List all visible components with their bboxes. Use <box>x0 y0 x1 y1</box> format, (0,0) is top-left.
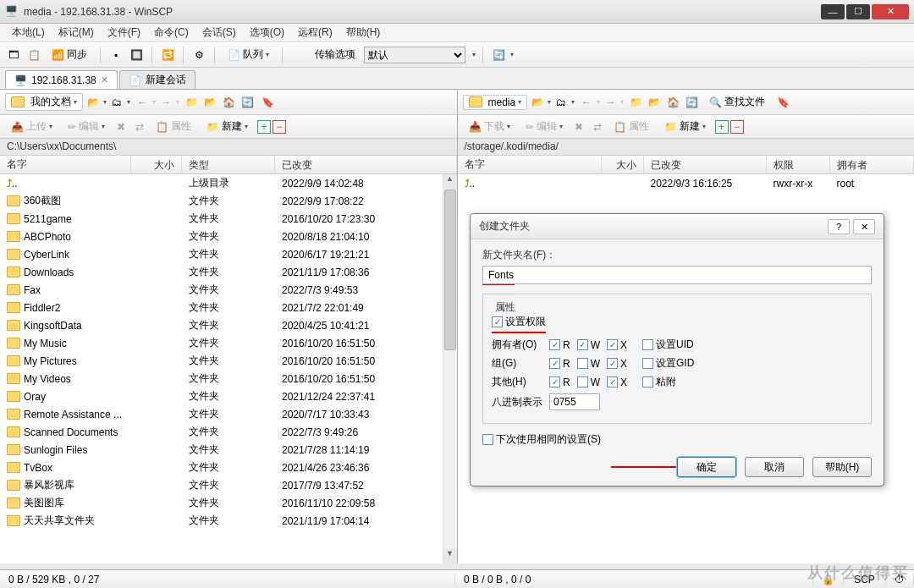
back-icon[interactable]: ← <box>134 94 151 111</box>
right-location[interactable]: media ▾ <box>463 95 528 110</box>
menu-local[interactable]: 本地(L) <box>5 24 52 41</box>
owner-w-checkbox[interactable] <box>577 339 588 350</box>
dialog-help-button[interactable]: ? <box>828 219 850 234</box>
group-x-checkbox[interactable] <box>607 358 618 369</box>
home-folder-icon[interactable]: 📂 <box>201 94 218 111</box>
file-row[interactable]: KingsoftData文件夹2020/4/25 10:41:21 <box>0 316 457 334</box>
parent-dir-row[interactable]: ⤴ .. 2022/9/3 16:16:25 rwxr-xr-x root <box>458 174 915 192</box>
scroll-up-arrow[interactable]: ▲ <box>443 174 457 189</box>
filter-icon[interactable]: 🗂 <box>108 94 125 111</box>
up-dir-icon[interactable]: 📂 <box>85 94 102 111</box>
file-row[interactable]: 天天共享文件夹文件夹2021/11/9 17:04:14 <box>0 512 457 530</box>
edit-button[interactable]: ✏ 编辑 ▾ <box>520 117 569 136</box>
minimize-button[interactable]: — <box>821 4 845 19</box>
group-r-checkbox[interactable] <box>549 358 560 369</box>
terminal-icon[interactable]: ▪ <box>107 47 124 63</box>
setgid-checkbox[interactable] <box>642 358 653 369</box>
parent-dir-row[interactable]: ⤴ .. 上级目录 2022/9/9 14:02:48 <box>0 174 457 192</box>
ok-button[interactable]: 确定 <box>677 457 736 477</box>
refresh-left-icon[interactable]: 🔄 <box>239 94 256 111</box>
left-location[interactable]: 我的文档 ▾ <box>5 93 83 111</box>
open-folder-icon[interactable]: 📁 <box>183 94 200 111</box>
home-icon[interactable]: 🏠 <box>220 94 237 111</box>
up-dir-icon[interactable]: 📂 <box>529 94 546 111</box>
menu-mark[interactable]: 标记(M) <box>52 24 101 41</box>
transfer-preset-select[interactable]: 默认 <box>364 47 465 63</box>
bookmark-icon[interactable]: 🔖 <box>774 94 791 111</box>
settings-icon[interactable]: ⚙ <box>190 47 207 63</box>
col-size[interactable]: 大小 <box>131 156 182 173</box>
compare-icon[interactable]: 🔲 <box>128 47 145 63</box>
new-button[interactable]: 📁 新建 ▾ <box>201 117 254 136</box>
col-owner[interactable]: 拥有者 <box>830 156 915 173</box>
file-row[interactable]: Fiddler2文件夹2021/7/2 22:01:49 <box>0 299 457 316</box>
col-perm[interactable]: 权限 <box>767 156 830 173</box>
delete-icon[interactable]: ✖ <box>113 118 129 135</box>
scroll-down-arrow[interactable]: ▼ <box>443 549 457 563</box>
sync-button[interactable]: 📶 同步 <box>46 45 93 64</box>
file-row[interactable]: 暴风影视库文件夹2017/7/9 13:47:52 <box>0 476 457 494</box>
sync-browse-icon[interactable]: 🔁 <box>159 47 176 63</box>
file-row[interactable]: CyberLink文件夹2020/6/17 19:21:21 <box>0 245 457 263</box>
owner-x-checkbox[interactable] <box>607 339 618 350</box>
home-icon[interactable]: 🏠 <box>664 94 681 111</box>
file-row[interactable]: My Pictures文件夹2016/10/20 16:51:50 <box>0 352 457 370</box>
file-row[interactable]: Fax文件夹2022/7/3 9:49:53 <box>0 281 457 299</box>
col-date[interactable]: 已改变 <box>275 156 457 173</box>
menu-session[interactable]: 会话(S) <box>195 24 243 41</box>
props-button[interactable]: 📋 属性 <box>608 117 655 136</box>
forward-icon[interactable]: → <box>157 94 174 111</box>
minus-icon[interactable]: − <box>273 120 286 134</box>
others-x-checkbox[interactable] <box>607 376 618 387</box>
plus-icon[interactable]: + <box>715 120 729 134</box>
file-row[interactable]: Remote Assistance ...文件夹2020/7/17 10:33:… <box>0 405 457 423</box>
reuse-settings-checkbox[interactable] <box>482 434 493 445</box>
left-scrollbar[interactable]: ▲ ▼ <box>443 174 457 563</box>
new-session-tab[interactable]: 📄 新建会话 <box>119 70 195 89</box>
sites-icon[interactable]: 📋 <box>25 47 42 63</box>
file-row[interactable]: 美图图库文件夹2016/11/10 22:09:58 <box>0 494 457 512</box>
scroll-thumb[interactable] <box>444 190 456 350</box>
file-row[interactable]: Downloads文件夹2021/11/9 17:08:36 <box>0 263 457 281</box>
menu-file[interactable]: 文件(F) <box>101 24 147 41</box>
close-button[interactable]: ✕ <box>872 4 909 19</box>
sticky-checkbox[interactable] <box>642 376 653 387</box>
bookmark-icon[interactable]: 🔖 <box>259 94 276 111</box>
edit-button[interactable]: ✏ 编辑 ▾ <box>62 117 111 136</box>
set-permissions-checkbox[interactable] <box>492 316 503 327</box>
queue-button[interactable]: 📄 队列 ▾ <box>222 45 275 64</box>
rename-icon[interactable]: ⇄ <box>131 118 148 135</box>
refresh-icon[interactable]: 🔄 <box>490 47 507 63</box>
plus-icon[interactable]: + <box>257 120 271 134</box>
home-folder-icon[interactable]: 📂 <box>646 94 663 111</box>
open-folder-icon[interactable]: 📁 <box>627 94 644 111</box>
session-tab-active[interactable]: 🖥️ 192.168.31.38 ✕ <box>5 70 118 89</box>
delete-icon[interactable]: ✖ <box>570 118 587 135</box>
back-icon[interactable]: ← <box>578 94 595 111</box>
download-button[interactable]: 📥 下载 ▾ <box>463 117 516 136</box>
close-tab-icon[interactable]: ✕ <box>101 74 108 85</box>
new-session-icon[interactable]: 🗔 <box>5 47 22 63</box>
file-row[interactable]: Oray文件夹2021/12/24 22:37:41 <box>0 387 457 405</box>
group-w-checkbox[interactable] <box>577 358 588 369</box>
rename-icon[interactable]: ⇄ <box>589 118 606 135</box>
menu-remote[interactable]: 远程(R) <box>291 24 339 41</box>
cancel-button[interactable]: 取消 <box>745 457 804 477</box>
help-button[interactable]: 帮助(H) <box>812 457 872 477</box>
file-row[interactable]: My Videos文件夹2016/10/20 16:51:50 <box>0 370 457 387</box>
col-name[interactable]: 名字 <box>0 156 131 173</box>
file-row[interactable]: ABCPhoto文件夹2020/8/18 21:04:10 <box>0 228 457 245</box>
setuid-checkbox[interactable] <box>642 339 653 350</box>
file-row[interactable]: TvBox文件夹2021/4/26 23:46:36 <box>0 459 457 476</box>
col-date[interactable]: 已改变 <box>644 156 767 173</box>
new-button[interactable]: 📁 新建 ▾ <box>658 117 712 136</box>
others-r-checkbox[interactable] <box>549 376 560 387</box>
col-size[interactable]: 大小 <box>602 156 644 173</box>
maximize-button[interactable]: ☐ <box>846 4 870 19</box>
minus-icon[interactable]: − <box>730 120 744 134</box>
file-row[interactable]: My Music文件夹2016/10/20 16:51:50 <box>0 334 457 352</box>
col-type[interactable]: 类型 <box>182 156 275 173</box>
file-row[interactable]: Scanned Documents文件夹2022/7/3 9:49:26 <box>0 423 457 441</box>
props-button[interactable]: 📋 属性 <box>150 117 197 136</box>
file-row[interactable]: 5211game文件夹2016/10/20 17:23:30 <box>0 210 457 228</box>
